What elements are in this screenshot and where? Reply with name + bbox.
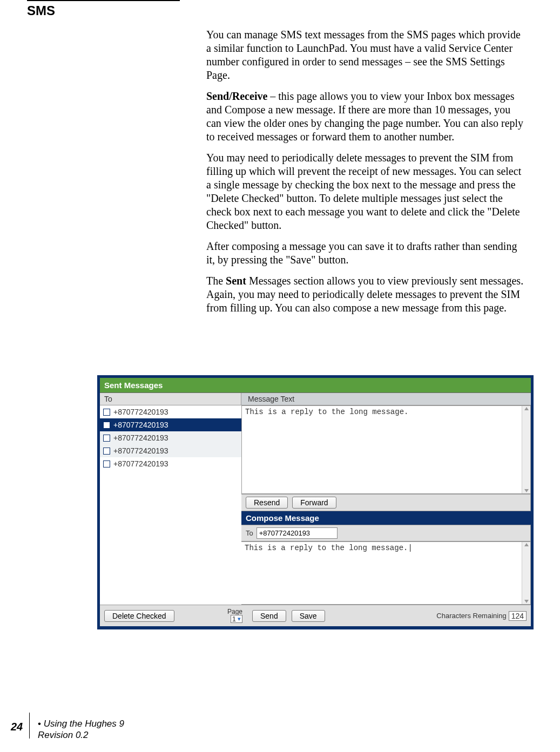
table-row[interactable]: +870772420193 — [100, 405, 241, 418]
compose-title: Compose Message — [241, 511, 531, 525]
phone-number: +870772420193 — [113, 434, 168, 442]
message-text: This is a reply to the long message. — [245, 408, 408, 416]
table-row[interactable]: +870772420193 — [100, 444, 241, 457]
section-title: SMS — [27, 3, 55, 18]
send-receive-label: Send/Receive — [206, 90, 267, 102]
paragraph: After composing a message you can save i… — [206, 240, 524, 267]
checkbox-icon[interactable] — [103, 409, 110, 416]
action-row: Resend Forward — [241, 494, 531, 511]
sent-label: Sent — [226, 275, 246, 287]
delete-checked-button[interactable]: Delete Checked — [104, 610, 174, 622]
checkbox-icon[interactable] — [103, 422, 110, 429]
bottom-toolbar: Delete Checked Page 1 ▾ Send Save Charac… — [100, 605, 531, 626]
page-label: Page — [227, 608, 242, 615]
phone-number: +870772420193 — [113, 460, 168, 468]
to-input[interactable] — [257, 527, 338, 539]
page-dropdown[interactable]: 1 ▾ — [231, 615, 242, 623]
send-button[interactable]: Send — [252, 610, 286, 622]
table-row[interactable]: +870772420193 — [100, 418, 241, 431]
footer-revision: Revision 0.2 — [38, 730, 89, 740]
page-value: 1 — [232, 615, 236, 622]
body-text: You can manage SMS text messages from th… — [206, 28, 524, 322]
sent-messages-panel: Sent Messages To Message Text +870772420… — [97, 375, 534, 629]
checkbox-icon[interactable] — [103, 460, 110, 468]
paragraph: You can manage SMS text messages from th… — [206, 28, 524, 82]
chars-label: Characters Remaining — [436, 612, 506, 619]
to-row: To — [241, 525, 531, 541]
footer-title: Using the Hughes 9 — [44, 719, 124, 729]
footer-divider — [29, 713, 30, 739]
phone-number: +870772420193 — [113, 447, 168, 455]
col-header-message: Message Text — [241, 393, 531, 405]
message-display[interactable]: This is a reply to the long message. — [241, 405, 531, 494]
footer-text: • Using the Hughes 9 Revision 0.2 — [38, 718, 124, 741]
paragraph: You may need to periodically delete mess… — [206, 151, 524, 232]
section-rule — [27, 0, 180, 1]
paragraph: The Sent Messages section allows you to … — [206, 274, 524, 315]
forward-button[interactable]: Forward — [292, 497, 336, 509]
save-button[interactable]: Save — [292, 610, 325, 622]
chevron-down-icon: ▾ — [238, 616, 241, 622]
chars-remaining: Characters Remaining 124 — [436, 611, 527, 621]
scrollbar[interactable] — [522, 406, 530, 493]
table-row[interactable]: +870772420193 — [100, 457, 241, 470]
phone-number: +870772420193 — [113, 408, 168, 416]
panel-title: Sent Messages — [100, 378, 531, 392]
compose-textarea[interactable]: This is a reply to the long message.| — [241, 541, 531, 605]
bullet-icon: • — [38, 719, 44, 729]
column-headers: To Message Text — [100, 392, 531, 405]
paragraph: Send/Receive – this page allows you to v… — [206, 90, 524, 144]
to-label: To — [246, 530, 253, 537]
chars-count: 124 — [509, 611, 527, 621]
resend-button[interactable]: Resend — [246, 497, 288, 509]
checkbox-icon[interactable] — [103, 448, 110, 455]
page-number: 24 — [11, 721, 23, 733]
checkbox-icon[interactable] — [103, 435, 110, 442]
page-selector: Page 1 ▾ — [227, 608, 246, 623]
phone-number: +870772420193 — [113, 421, 168, 429]
message-list: +870772420193 +870772420193 +87077242019… — [100, 405, 241, 605]
table-row[interactable]: +870772420193 — [100, 431, 241, 444]
compose-text: This is a reply to the long message.| — [245, 544, 413, 552]
col-header-to: To — [100, 393, 241, 405]
scrollbar[interactable] — [522, 542, 530, 604]
